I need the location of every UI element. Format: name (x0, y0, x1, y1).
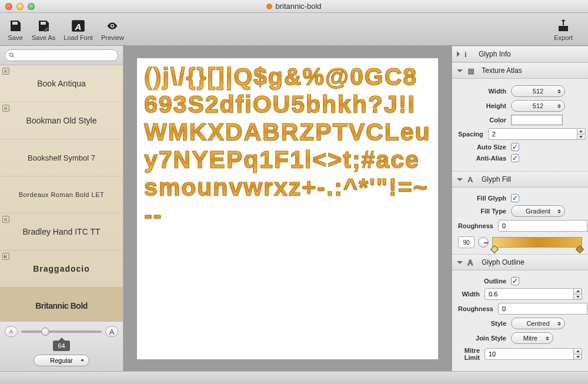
kerning-badge: K (2, 105, 9, 112)
font-a-icon: A (70, 18, 86, 34)
search-bar (0, 46, 123, 65)
svg-line-4 (12, 56, 14, 58)
eye-icon (104, 18, 121, 34)
svg-text:A: A (75, 21, 82, 31)
outline-width-stepper[interactable] (485, 288, 582, 300)
export-box-icon (555, 18, 572, 34)
titlebar: britannic-bold (0, 0, 588, 13)
outline-checkbox[interactable] (511, 277, 519, 285)
svg-point-2 (112, 25, 113, 26)
join-style-select[interactable]: Mitre (511, 332, 553, 344)
glyph-preview: ()j\/{}[]|Q$g&%@0GC8693S2dfiOU5bhkh?J!IW… (144, 63, 431, 229)
info-icon: i (465, 50, 474, 59)
size-slider[interactable] (21, 330, 102, 333)
search-icon (9, 52, 15, 59)
disclosure-icon[interactable] (457, 178, 463, 181)
minimize-window-button[interactable] (16, 3, 24, 10)
font-item[interactable]: KBookman Old Style (0, 102, 123, 139)
font-item[interactable]: Bookshelf Symbol 7 (0, 139, 123, 176)
atlas-height-select[interactable]: 512 (511, 100, 565, 112)
gradient-angle-input[interactable]: 90 (458, 236, 475, 248)
gradient-angle-dial[interactable] (478, 237, 489, 248)
font-size-control: A A 64 Regular (0, 321, 123, 371)
outline-roughness-stepper[interactable] (498, 303, 588, 315)
grid-icon: ▦ (467, 66, 477, 75)
mitre-limit-stepper[interactable] (485, 348, 582, 360)
inspector: i Glyph Info ▦ Texture Atlas Width512 He… (452, 46, 588, 371)
floppy-pencil-icon (35, 18, 52, 34)
font-item-selected[interactable]: Britannic Bold (0, 288, 123, 321)
spacing-stepper[interactable] (488, 128, 586, 140)
font-sidebar: KBook Antiqua KBookman Old Style Bookshe… (0, 46, 123, 371)
canvas-area: ()j\/{}[]|Q$g&%@0GC8693S2dfiOU5bhkh?J!IW… (123, 46, 452, 371)
toolbar: Save Save As A Load Font Preview Export (0, 13, 588, 46)
fill-roughness-stepper[interactable] (498, 220, 588, 232)
fill-glyph-checkbox[interactable] (511, 194, 519, 202)
gradient-bar[interactable] (492, 237, 582, 248)
svg-point-3 (9, 53, 13, 56)
font-list[interactable]: KBook Antiqua KBookman Old Style Bookshe… (0, 65, 123, 321)
font-item[interactable]: KBook Antiqua (0, 65, 123, 102)
step-down[interactable] (577, 134, 586, 141)
save-as-button[interactable]: Save As (32, 18, 55, 41)
window-title: britannic-bold (0, 2, 588, 11)
font-item[interactable]: Bordeaux Roman Bold LET (0, 176, 123, 213)
large-a-button[interactable]: A (105, 326, 118, 337)
step-up[interactable] (577, 128, 586, 134)
atlas-color-swatch[interactable] (511, 115, 563, 125)
texture-atlas-canvas[interactable]: ()j\/{}[]|Q$g&%@0GC8693S2dfiOU5bhkh?J!IW… (137, 58, 438, 359)
zoom-window-button[interactable] (28, 3, 35, 10)
fill-type-select[interactable]: Gradient (511, 205, 565, 217)
autosize-checkbox[interactable] (511, 143, 519, 151)
font-item[interactable]: KBradley Hand ITC TT (0, 213, 123, 251)
disclosure-icon[interactable] (457, 51, 460, 57)
section-texture-atlas[interactable]: ▦ Texture Atlas (452, 62, 588, 79)
save-button[interactable]: Save (7, 18, 24, 41)
kerning-badge: K (2, 253, 9, 260)
search-input[interactable] (5, 49, 118, 61)
atlas-width-select[interactable]: 512 (511, 85, 565, 97)
disclosure-icon[interactable] (457, 69, 463, 72)
fill-a-icon: A (467, 175, 477, 184)
font-style-select[interactable]: Regular (34, 355, 89, 366)
outline-a-icon: A (467, 258, 477, 267)
antialias-checkbox[interactable] (511, 154, 519, 162)
close-window-button[interactable] (5, 3, 12, 10)
small-a-button[interactable]: A (5, 326, 18, 337)
section-glyph-fill[interactable]: A Glyph Fill (452, 171, 588, 188)
floppy-icon (7, 18, 24, 34)
section-glyph-info[interactable]: i Glyph Info (452, 46, 588, 62)
kerning-badge: K (2, 68, 9, 75)
size-value-badge: 64 (53, 340, 69, 351)
preview-button[interactable]: Preview (101, 18, 124, 41)
window-footer (0, 371, 588, 384)
section-glyph-outline[interactable]: A Glyph Outline (452, 254, 588, 271)
font-item[interactable]: KBraggadocio (0, 251, 123, 288)
export-button[interactable]: Export (554, 18, 573, 41)
outline-style-select[interactable]: Centred (511, 318, 565, 329)
kerning-badge: K (2, 216, 9, 223)
load-font-button[interactable]: A Load Font (64, 18, 93, 41)
disclosure-icon[interactable] (457, 261, 463, 264)
